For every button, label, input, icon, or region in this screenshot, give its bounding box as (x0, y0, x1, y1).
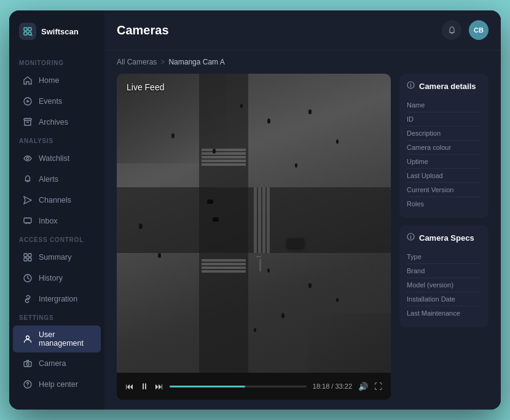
notification-button[interactable] (442, 20, 461, 40)
detail-last-upload: Last Upload (407, 169, 481, 183)
detail-id: ID (407, 112, 481, 126)
svg-rect-16 (28, 258, 31, 261)
section-settings: Settings (9, 309, 104, 325)
volume-button[interactable]: 🔊 (358, 382, 368, 391)
progress-bar[interactable] (170, 386, 307, 387)
breadcrumb: All Cameras > Namanga Cam A (117, 58, 488, 66)
camera-specs-title: Camera Specs (419, 233, 474, 243)
street-scene (117, 74, 391, 373)
sidebar-item-alerts[interactable]: Alerts (13, 169, 101, 189)
topbar-actions: CB (442, 20, 488, 40)
clock-icon (23, 273, 33, 283)
play-circle-icon (23, 96, 33, 106)
sidebar-label-user-management: User management (39, 330, 91, 348)
svg-rect-12 (24, 218, 31, 223)
section-analysis: Analysis (9, 133, 104, 148)
content-area: All Cameras > Namanga Cam A Live Feed (104, 50, 501, 410)
fullscreen-button[interactable]: ⛶ (374, 382, 382, 391)
section-monitoring: Monitoring (9, 55, 104, 70)
main-content: Cameras CB All Cameras > Namanga Cam A (104, 10, 501, 410)
spec-installation-date: Installation Date (407, 292, 481, 306)
sidebar-label-history: History (39, 274, 63, 282)
breadcrumb-parent[interactable]: All Cameras (117, 58, 157, 66)
sidebar: Swiftscan Monitoring Home Events Archive… (9, 10, 104, 410)
svg-rect-19 (24, 362, 31, 367)
sidebar-label-help: Help center (39, 380, 78, 389)
time-display: 18:18 / 33:22 (313, 383, 352, 390)
sidebar-item-help[interactable]: Help center (13, 375, 101, 394)
sidebar-item-user-management[interactable]: User management (13, 325, 101, 352)
sidebar-label-watchlist: Watchlist (39, 154, 69, 163)
svg-line-4 (31, 35, 33, 36)
svg-marker-11 (24, 196, 31, 204)
detail-camera-colour: Camera colour (407, 141, 481, 155)
link-icon (23, 294, 33, 304)
camera-specs-header: Camera Specs (407, 233, 481, 243)
svg-point-28 (410, 235, 411, 235)
spec-model: Model (version) (407, 278, 481, 292)
info-icon (407, 81, 415, 91)
help-circle-icon (23, 379, 33, 389)
section-access: Access control (9, 231, 104, 247)
sidebar-label-inbox: Inbox (39, 217, 58, 225)
eye-icon (23, 154, 33, 163)
video-controls: ⏮ ⏸ ⏭ 18:18 / 33:22 🔊 ⛶ (117, 373, 391, 400)
avatar[interactable]: CB (469, 20, 488, 40)
bell-icon (23, 174, 33, 184)
sidebar-label-archives: Archives (39, 118, 68, 126)
live-feed-label: Live Feed (127, 82, 164, 92)
sidebar-label-integration: Intergration (39, 295, 77, 303)
breadcrumb-separator: > (160, 58, 165, 66)
sidebar-label-alerts: Alerts (39, 175, 58, 184)
svg-rect-15 (24, 258, 27, 261)
svg-point-22 (27, 386, 28, 386)
svg-point-25 (410, 83, 411, 84)
sidebar-item-watchlist[interactable]: Watchlist (13, 149, 101, 168)
topbar: Cameras CB (104, 10, 501, 50)
send-icon (23, 195, 33, 205)
rewind-button[interactable]: ⏮ (125, 381, 134, 391)
pause-button[interactable]: ⏸ (140, 381, 149, 391)
camera-details-header: Camera details (407, 81, 481, 91)
sidebar-item-archives[interactable]: Archives (13, 112, 101, 132)
detail-uptime: Uptime (407, 155, 481, 169)
sidebar-label-summary: Summary (39, 253, 71, 262)
sidebar-item-integration[interactable]: Intergration (13, 289, 101, 309)
sidebar-label-camera: Camera (39, 359, 66, 368)
progress-fill (170, 386, 245, 387)
svg-rect-2 (24, 32, 27, 35)
svg-rect-1 (28, 28, 31, 31)
camera-details-card: Camera details Name ID Description Camer… (399, 74, 488, 218)
sidebar-item-history[interactable]: History (13, 268, 101, 288)
user-icon (23, 334, 33, 344)
camera-specs-card: Camera Specs Type Brand Model (version) … (399, 225, 488, 327)
logo-icon (19, 23, 36, 40)
forward-button[interactable]: ⏭ (155, 381, 163, 391)
archive-icon (23, 117, 33, 127)
app-window: Swiftscan Monitoring Home Events Archive… (9, 10, 501, 410)
logo: Swiftscan (9, 10, 104, 55)
page-title: Cameras (117, 23, 169, 37)
sidebar-item-home[interactable]: Home (13, 71, 101, 90)
svg-point-18 (26, 336, 29, 339)
sidebar-item-summary[interactable]: Summary (13, 247, 101, 267)
detail-name: Name (407, 98, 481, 112)
video-feed (117, 74, 391, 373)
spec-type: Type (407, 250, 481, 264)
svg-point-20 (26, 363, 29, 365)
sidebar-item-events[interactable]: Events (13, 91, 101, 111)
sidebar-item-inbox[interactable]: Inbox (13, 211, 101, 231)
message-icon (23, 216, 33, 226)
content-row: Live Feed (117, 74, 488, 400)
sidebar-item-channels[interactable]: Channels (13, 190, 101, 210)
svg-marker-6 (27, 100, 30, 103)
detail-current-version: Current Version (407, 183, 481, 197)
grid-icon (23, 252, 33, 262)
svg-point-9 (26, 157, 29, 160)
sidebar-item-camera[interactable]: Camera (13, 354, 101, 373)
video-container: Live Feed (117, 74, 391, 400)
info-icon-2 (407, 233, 415, 243)
camera-details-title: Camera details (419, 82, 476, 91)
detail-description: Description (407, 126, 481, 141)
svg-rect-14 (28, 254, 31, 257)
